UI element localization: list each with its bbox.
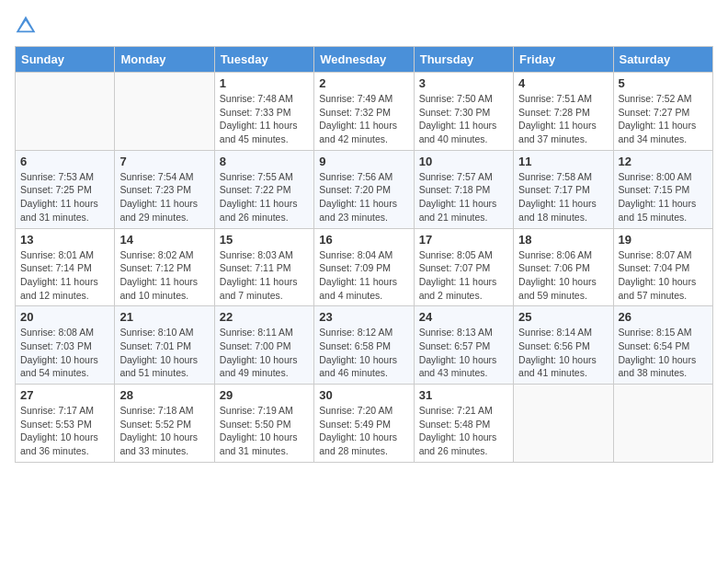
day-number: 4 <box>518 76 608 90</box>
calendar-cell: 28Sunrise: 7:18 AM Sunset: 5:52 PM Dayli… <box>115 385 214 463</box>
day-number: 6 <box>20 155 109 168</box>
calendar-cell: 26Sunrise: 8:15 AM Sunset: 6:54 PM Dayli… <box>613 306 712 385</box>
day-number: 26 <box>619 310 708 324</box>
day-info: Sunrise: 7:50 AM Sunset: 7:30 PM Dayligh… <box>419 92 508 146</box>
day-info: Sunrise: 7:53 AM Sunset: 7:25 PM Dayligh… <box>20 170 109 224</box>
day-number: 19 <box>619 233 708 247</box>
day-number: 27 <box>20 388 109 402</box>
day-info: Sunrise: 7:17 AM Sunset: 5:53 PM Dayligh… <box>20 404 109 458</box>
day-number: 25 <box>518 310 608 324</box>
day-number: 2 <box>319 76 408 90</box>
calendar-cell: 16Sunrise: 8:04 AM Sunset: 7:09 PM Dayli… <box>314 228 414 306</box>
day-number: 24 <box>419 310 508 324</box>
day-number: 5 <box>619 76 708 90</box>
day-info: Sunrise: 7:58 AM Sunset: 7:17 PM Dayligh… <box>518 170 608 224</box>
day-number: 7 <box>119 155 209 168</box>
day-info: Sunrise: 8:11 AM Sunset: 7:00 PM Dayligh… <box>220 326 309 380</box>
logo-icon <box>15 15 37 37</box>
day-info: Sunrise: 8:02 AM Sunset: 7:12 PM Dayligh… <box>119 248 209 303</box>
day-number: 8 <box>220 155 309 168</box>
day-info: Sunrise: 8:15 AM Sunset: 6:54 PM Dayligh… <box>619 326 708 380</box>
day-info: Sunrise: 7:57 AM Sunset: 7:18 PM Dayligh… <box>419 170 508 224</box>
day-number: 29 <box>220 388 309 402</box>
calendar-cell: 15Sunrise: 8:03 AM Sunset: 7:11 PM Dayli… <box>214 228 313 306</box>
day-of-week-header: Saturday <box>613 47 712 73</box>
day-info: Sunrise: 8:08 AM Sunset: 7:03 PM Dayligh… <box>20 326 109 380</box>
day-number: 17 <box>419 233 508 247</box>
calendar-week-row: 20Sunrise: 8:08 AM Sunset: 7:03 PM Dayli… <box>16 306 713 385</box>
day-of-week-header: Tuesday <box>214 47 313 73</box>
calendar-cell: 14Sunrise: 8:02 AM Sunset: 7:12 PM Dayli… <box>115 228 214 306</box>
day-number: 11 <box>518 155 608 168</box>
day-of-week-header: Thursday <box>414 47 513 73</box>
day-number: 12 <box>619 155 708 168</box>
calendar-cell: 2Sunrise: 7:49 AM Sunset: 7:32 PM Daylig… <box>314 73 414 151</box>
calendar-cell: 23Sunrise: 8:12 AM Sunset: 6:58 PM Dayli… <box>314 306 414 385</box>
day-info: Sunrise: 7:49 AM Sunset: 7:32 PM Dayligh… <box>319 92 408 146</box>
day-number: 30 <box>319 388 408 402</box>
day-info: Sunrise: 7:18 AM Sunset: 5:52 PM Dayligh… <box>119 404 209 458</box>
day-of-week-header: Friday <box>514 47 613 73</box>
calendar-cell: 19Sunrise: 8:07 AM Sunset: 7:04 PM Dayli… <box>613 228 712 306</box>
calendar-cell: 7Sunrise: 7:54 AM Sunset: 7:23 PM Daylig… <box>115 150 214 228</box>
calendar-week-row: 1Sunrise: 7:48 AM Sunset: 7:33 PM Daylig… <box>16 73 713 151</box>
calendar-cell <box>115 73 214 151</box>
calendar-cell <box>514 385 613 463</box>
day-number: 22 <box>220 310 309 324</box>
calendar-cell: 13Sunrise: 8:01 AM Sunset: 7:14 PM Dayli… <box>16 228 115 306</box>
calendar-cell: 12Sunrise: 8:00 AM Sunset: 7:15 PM Dayli… <box>613 150 712 228</box>
day-number: 15 <box>220 233 309 247</box>
calendar-cell: 30Sunrise: 7:20 AM Sunset: 5:49 PM Dayli… <box>314 385 414 463</box>
logo <box>15 15 40 37</box>
calendar-week-row: 6Sunrise: 7:53 AM Sunset: 7:25 PM Daylig… <box>16 150 713 228</box>
day-info: Sunrise: 8:12 AM Sunset: 6:58 PM Dayligh… <box>319 326 408 380</box>
calendar-header-row: SundayMondayTuesdayWednesdayThursdayFrid… <box>16 47 713 73</box>
day-number: 13 <box>20 233 109 247</box>
day-number: 3 <box>419 76 508 90</box>
day-info: Sunrise: 8:13 AM Sunset: 6:57 PM Dayligh… <box>419 326 508 380</box>
day-info: Sunrise: 7:56 AM Sunset: 7:20 PM Dayligh… <box>319 170 408 224</box>
calendar-cell <box>16 73 115 151</box>
day-info: Sunrise: 7:19 AM Sunset: 5:50 PM Dayligh… <box>220 404 309 458</box>
day-number: 31 <box>419 388 508 402</box>
calendar-cell: 10Sunrise: 7:57 AM Sunset: 7:18 PM Dayli… <box>414 150 513 228</box>
calendar-week-row: 27Sunrise: 7:17 AM Sunset: 5:53 PM Dayli… <box>16 385 713 463</box>
calendar-cell: 22Sunrise: 8:11 AM Sunset: 7:00 PM Dayli… <box>214 306 313 385</box>
day-info: Sunrise: 8:14 AM Sunset: 6:56 PM Dayligh… <box>518 326 608 380</box>
day-info: Sunrise: 7:54 AM Sunset: 7:23 PM Dayligh… <box>119 170 209 224</box>
calendar-cell <box>613 385 712 463</box>
calendar: SundayMondayTuesdayWednesdayThursdayFrid… <box>15 46 713 463</box>
calendar-cell: 9Sunrise: 7:56 AM Sunset: 7:20 PM Daylig… <box>314 150 414 228</box>
day-info: Sunrise: 8:10 AM Sunset: 7:01 PM Dayligh… <box>119 326 209 380</box>
day-info: Sunrise: 7:21 AM Sunset: 5:48 PM Dayligh… <box>419 404 508 458</box>
day-number: 23 <box>319 310 408 324</box>
day-info: Sunrise: 7:51 AM Sunset: 7:28 PM Dayligh… <box>518 92 608 146</box>
day-of-week-header: Wednesday <box>314 47 414 73</box>
day-info: Sunrise: 8:03 AM Sunset: 7:11 PM Dayligh… <box>220 248 309 303</box>
day-number: 18 <box>518 233 608 247</box>
calendar-cell: 21Sunrise: 8:10 AM Sunset: 7:01 PM Dayli… <box>115 306 214 385</box>
day-info: Sunrise: 7:55 AM Sunset: 7:22 PM Dayligh… <box>220 170 309 224</box>
calendar-cell: 1Sunrise: 7:48 AM Sunset: 7:33 PM Daylig… <box>214 73 313 151</box>
calendar-cell: 27Sunrise: 7:17 AM Sunset: 5:53 PM Dayli… <box>16 385 115 463</box>
calendar-body: 1Sunrise: 7:48 AM Sunset: 7:33 PM Daylig… <box>16 73 713 463</box>
day-of-week-header: Sunday <box>16 47 115 73</box>
calendar-cell: 3Sunrise: 7:50 AM Sunset: 7:30 PM Daylig… <box>414 73 513 151</box>
calendar-cell: 31Sunrise: 7:21 AM Sunset: 5:48 PM Dayli… <box>414 385 513 463</box>
day-number: 20 <box>20 310 109 324</box>
day-info: Sunrise: 8:06 AM Sunset: 7:06 PM Dayligh… <box>518 248 608 303</box>
day-info: Sunrise: 7:20 AM Sunset: 5:49 PM Dayligh… <box>319 404 408 458</box>
day-number: 9 <box>319 155 408 168</box>
day-info: Sunrise: 7:52 AM Sunset: 7:27 PM Dayligh… <box>619 92 708 146</box>
calendar-cell: 24Sunrise: 8:13 AM Sunset: 6:57 PM Dayli… <box>414 306 513 385</box>
day-info: Sunrise: 7:48 AM Sunset: 7:33 PM Dayligh… <box>220 92 309 146</box>
day-info: Sunrise: 8:05 AM Sunset: 7:07 PM Dayligh… <box>419 248 508 303</box>
calendar-cell: 11Sunrise: 7:58 AM Sunset: 7:17 PM Dayli… <box>514 150 613 228</box>
calendar-cell: 17Sunrise: 8:05 AM Sunset: 7:07 PM Dayli… <box>414 228 513 306</box>
calendar-cell: 6Sunrise: 7:53 AM Sunset: 7:25 PM Daylig… <box>16 150 115 228</box>
day-of-week-header: Monday <box>115 47 214 73</box>
calendar-cell: 29Sunrise: 7:19 AM Sunset: 5:50 PM Dayli… <box>214 385 313 463</box>
calendar-cell: 4Sunrise: 7:51 AM Sunset: 7:28 PM Daylig… <box>514 73 613 151</box>
day-info: Sunrise: 8:00 AM Sunset: 7:15 PM Dayligh… <box>619 170 708 224</box>
day-number: 1 <box>220 76 309 90</box>
